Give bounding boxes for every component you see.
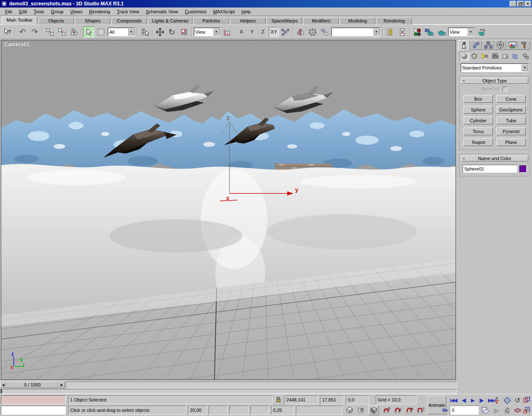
render-last-button[interactable] (476, 26, 487, 37)
dropdown-arrow-icon[interactable]: ▼ (467, 28, 474, 35)
named-selection-combo[interactable]: ▼ (331, 27, 380, 36)
key-mode-button[interactable] (441, 406, 449, 414)
tab-shapes[interactable]: Shapes (75, 17, 111, 25)
tab-main-toolbar[interactable]: Main Toolbar (2, 17, 37, 25)
snap-percent-button[interactable]: % (405, 406, 415, 414)
viewport-canvas[interactable]: Z y x z Y x (1, 40, 456, 379)
pyramid-button[interactable]: Pyramid (496, 127, 526, 135)
menu-rendering[interactable]: Rendering (86, 8, 113, 15)
restrict-xy-button[interactable]: XY (269, 27, 279, 37)
tab-modeling[interactable]: Modeling (340, 17, 375, 25)
min-max-toggle-button[interactable] (522, 406, 531, 414)
cone-button[interactable]: Cone (496, 95, 526, 103)
close-button[interactable]: × (525, 1, 531, 7)
time-slider-thumb[interactable]: 0 / 1000 (6, 381, 59, 388)
category-systems-button[interactable] (521, 52, 530, 61)
dropdown-arrow-icon[interactable]: ▼ (373, 28, 380, 35)
rotate-button[interactable]: ↻ (166, 26, 177, 37)
menu-edit[interactable]: Edit (16, 8, 30, 15)
track-bar[interactable] (0, 389, 457, 394)
selection-filter-cube-button[interactable] (357, 406, 366, 414)
mirror-button[interactable] (295, 26, 306, 37)
restrict-z-button[interactable]: Z (258, 27, 268, 37)
viewport-label[interactable]: Camera01 (4, 42, 30, 47)
category-cameras-button[interactable] (490, 52, 500, 61)
selection-filter-combo[interactable]: All ▼ (108, 27, 135, 36)
time-field[interactable]: 20,00 (188, 406, 207, 415)
dolly-camera-button[interactable] (492, 396, 501, 404)
menu-track-view[interactable]: Track View (113, 8, 143, 15)
zoom-extents-all-button[interactable] (522, 396, 531, 404)
snaps-toggle-button[interactable] (368, 405, 379, 415)
menu-group[interactable]: Group (47, 8, 67, 15)
menu-file[interactable]: File (2, 8, 16, 15)
tab-lights-cameras[interactable]: Lights & Cameras (148, 17, 192, 25)
minimize-button[interactable]: _ (510, 1, 516, 7)
degradation-override-button[interactable] (345, 406, 354, 414)
empty-field-2[interactable] (229, 406, 249, 415)
primitive-category-combo[interactable]: Standard Primitives ▼ (461, 63, 529, 72)
time-configuration-button[interactable] (480, 406, 490, 414)
tab-helpers[interactable]: Helpers (230, 17, 266, 25)
schematic-view-button[interactable] (397, 26, 408, 37)
use-center-button[interactable] (222, 26, 233, 37)
category-spacewarps-button[interactable] (511, 52, 520, 61)
object-type-rollout-header[interactable]: − Object Type (461, 77, 528, 84)
select-object-button[interactable] (83, 26, 94, 37)
box-button[interactable]: Box (463, 95, 493, 103)
scale-button[interactable] (178, 26, 190, 37)
restrict-y-button[interactable]: Y (247, 27, 257, 37)
move-button[interactable] (154, 26, 165, 37)
snap-spinner-button[interactable] (416, 406, 426, 414)
render-scene-button[interactable] (424, 26, 435, 37)
tab-rendering[interactable]: Rendering (376, 17, 412, 25)
coord-z-field[interactable]: 0,0 (346, 395, 369, 404)
tab-particles[interactable]: Particles (193, 17, 229, 25)
render-type-combo[interactable]: View ▼ (448, 27, 475, 36)
dropdown-arrow-icon[interactable]: ▼ (521, 64, 528, 71)
object-color-swatch[interactable] (519, 165, 527, 173)
tab-compounds[interactable]: Compounds (111, 17, 147, 25)
dropdown-arrow-icon[interactable]: ▼ (213, 28, 220, 35)
tab-spacewarps[interactable]: SpaceWarps (266, 17, 302, 25)
macro-recorder-field[interactable] (1, 395, 66, 404)
previous-frame-button[interactable]: ◀| (460, 396, 468, 404)
cylinder-button[interactable]: Cylinder (463, 116, 493, 124)
category-lights-button[interactable] (480, 52, 490, 61)
dropdown-arrow-icon[interactable]: ▼ (128, 28, 135, 35)
selection-lock-button[interactable] (274, 396, 283, 404)
empty-field-4[interactable] (296, 406, 342, 415)
menu-views[interactable]: Views (67, 8, 86, 15)
coord-x-field[interactable]: 2448,141 (284, 395, 318, 404)
geosphere-button[interactable]: GeoSphere (496, 106, 526, 114)
snap-angle-button[interactable] (393, 406, 403, 414)
ik-toggle-button[interactable] (280, 26, 291, 37)
select-by-name-button[interactable] (139, 26, 150, 37)
time-slider-track[interactable] (66, 381, 457, 388)
teapot-button[interactable]: Teapot (463, 138, 493, 146)
tab-utilities[interactable] (518, 40, 530, 50)
empty-field-1[interactable] (209, 406, 228, 415)
next-frame-button[interactable]: |▶ (477, 396, 485, 404)
track-bar-frame-marker[interactable] (1, 389, 2, 394)
tab-modify[interactable] (470, 40, 482, 50)
bind-spacewarp-button[interactable] (68, 26, 79, 37)
selection-region-button[interactable] (95, 26, 106, 37)
empty-field-3[interactable] (250, 406, 269, 415)
array-button[interactable] (307, 26, 318, 37)
menu-tools[interactable]: Tools (30, 8, 48, 15)
time-slider-prev-button[interactable]: ◀ (0, 381, 6, 388)
roll-camera-button[interactable]: ↺ (513, 396, 522, 404)
menu-schematic-view[interactable]: Schematic View (143, 8, 182, 15)
help-mode-button[interactable]: ? (2, 26, 13, 37)
tube-button[interactable]: Tube (496, 116, 526, 124)
link-button[interactable] (44, 26, 55, 37)
snap-value-field[interactable]: 0,25 (271, 406, 294, 415)
unlink-button[interactable] (56, 26, 67, 37)
tab-objects[interactable]: Objects (38, 17, 74, 25)
undo-button[interactable]: ↶ (17, 26, 28, 37)
tab-hierarchy[interactable] (482, 40, 494, 50)
restrict-x-button[interactable]: X (236, 27, 246, 37)
align-button[interactable] (319, 26, 330, 37)
menu-customize[interactable]: Customize (182, 8, 210, 15)
